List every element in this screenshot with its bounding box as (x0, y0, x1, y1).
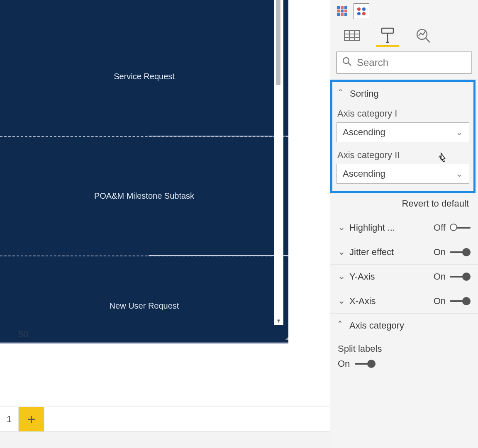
svg-point-10 (362, 7, 366, 11)
search-input[interactable] (357, 57, 466, 68)
chart-row: POA&M Milestone Subtask (0, 136, 288, 256)
visual-vertical-scrollbar[interactable]: ▼ (274, 0, 283, 325)
yaxis-state: On (434, 271, 446, 282)
chevron-up-icon: ˄ (338, 88, 346, 99)
axis-category-header[interactable]: ˄ Axis category (330, 314, 478, 338)
toggle-switch[interactable] (450, 224, 471, 232)
search-wrap (330, 47, 478, 80)
row-label: New User Request (110, 301, 179, 311)
split-labels-subsection: Split labels On (330, 338, 478, 377)
svg-point-11 (357, 12, 361, 15)
chevron-down-icon: ⌄ (338, 246, 345, 257)
toggle-switch[interactable] (450, 273, 471, 281)
pane-tabs (330, 23, 478, 47)
svg-rect-2 (344, 6, 347, 9)
add-page-button[interactable]: + (19, 407, 44, 432)
key-influencers-icon[interactable] (354, 3, 369, 19)
highlight-toggle[interactable]: Off (434, 222, 471, 233)
jitter-toggle[interactable]: On (434, 247, 471, 258)
axis1-value: Ascending (343, 127, 385, 138)
app-root: Service Request POA&M Milestone Subtask … (0, 0, 478, 448)
row-label: POA&M Milestone Subtask (94, 191, 194, 201)
scrollbar-thumb[interactable] (276, 0, 280, 85)
search-icon (342, 56, 352, 69)
svg-point-9 (357, 7, 361, 11)
chevron-down-icon: ⌄ (338, 271, 345, 282)
svg-rect-6 (337, 13, 340, 16)
svg-rect-1 (341, 6, 344, 9)
svg-point-12 (362, 12, 366, 15)
svg-rect-4 (341, 10, 344, 12)
xaxis-label: X-Axis (349, 296, 376, 307)
axis2-select[interactable]: Ascending ⌄ (337, 164, 469, 184)
highlight-label: Highlight ... (349, 222, 395, 233)
yaxis-row[interactable]: ⌄ Y-Axis On (330, 265, 478, 289)
chevron-down-icon: ⌄ (456, 127, 463, 138)
sorting-section-highlight: ˄ Sorting Axis category I Ascending ⌄ Ax… (330, 80, 476, 193)
report-canvas-area: Service Request POA&M Milestone Subtask … (0, 0, 330, 448)
axis-category-title: Axis category (349, 320, 404, 331)
split-labels-title: Split labels (338, 343, 471, 354)
toggle-switch[interactable] (450, 297, 471, 305)
matrix-icon[interactable] (334, 3, 350, 19)
format-tab[interactable] (376, 26, 399, 47)
axis2-label: Axis category II (337, 150, 469, 161)
xaxis-state: On (434, 296, 446, 307)
split-labels-state: On (338, 358, 350, 369)
jitter-label: Jitter effect (349, 247, 394, 258)
svg-rect-8 (344, 13, 347, 16)
toggle-switch[interactable] (450, 248, 471, 256)
format-pane: ˄ Sorting Axis category I Ascending ⌄ Ax… (330, 0, 478, 448)
jitter-row[interactable]: ⌄ Jitter effect On (330, 240, 478, 265)
page-tab-label: 1 (7, 414, 12, 425)
row-label: Service Request (114, 72, 175, 81)
chart-visual[interactable]: Service Request POA&M Milestone Subtask … (0, 0, 288, 343)
svg-rect-18 (382, 28, 393, 33)
revert-label: Revert to default (402, 198, 469, 209)
svg-line-21 (426, 38, 430, 42)
axis1-select[interactable]: Ascending ⌄ (337, 122, 469, 142)
svg-rect-0 (337, 6, 340, 9)
split-labels-toggle[interactable]: On (338, 358, 471, 377)
plus-icon: + (27, 411, 36, 427)
chevron-up-icon: ˄ (338, 320, 345, 331)
chevron-down-icon: ⌄ (456, 168, 463, 179)
jitter-state: On (434, 247, 446, 258)
visualization-gallery-row (330, 0, 478, 23)
visual-wrap: Service Request POA&M Milestone Subtask … (0, 0, 305, 344)
svg-rect-7 (341, 13, 344, 16)
fields-tab[interactable] (340, 26, 363, 47)
status-bar (0, 431, 330, 448)
scrollbar-down-arrow-icon[interactable]: ▼ (274, 316, 283, 325)
svg-rect-3 (337, 10, 340, 12)
analytics-tab[interactable] (412, 26, 435, 47)
xaxis-toggle[interactable]: On (434, 296, 471, 307)
axis2-value: Ascending (343, 168, 385, 179)
axis1-label: Axis category I (337, 108, 469, 119)
svg-line-23 (348, 63, 351, 66)
revert-to-default-link[interactable]: Revert to default (330, 194, 478, 216)
yaxis-toggle[interactable]: On (434, 271, 471, 282)
chart-row: New User Request (0, 256, 288, 343)
row-divider-solid (149, 136, 288, 136)
xaxis-tick-label: 50 (18, 329, 28, 340)
sorting-header[interactable]: ˄ Sorting (337, 86, 469, 101)
page-tab[interactable]: 1 (0, 407, 19, 432)
svg-rect-5 (344, 10, 347, 12)
svg-rect-13 (344, 31, 359, 41)
svg-point-22 (343, 58, 349, 63)
chart-row: Service Request (0, 0, 288, 136)
page-tabbar: 1 + (0, 407, 330, 431)
search-box[interactable] (336, 51, 472, 74)
toggle-switch[interactable] (355, 360, 376, 368)
yaxis-label: Y-Axis (349, 271, 375, 282)
highlight-state: Off (434, 222, 446, 233)
row-divider-solid (149, 255, 288, 256)
canvas-gutter (288, 0, 291, 344)
chevron-down-icon: ⌄ (338, 295, 345, 306)
sorting-title: Sorting (350, 88, 379, 99)
xaxis-row[interactable]: ⌄ X-Axis On (330, 289, 478, 314)
chevron-down-icon: ⌄ (338, 222, 345, 233)
highlight-row[interactable]: ⌄ Highlight ... Off (330, 216, 478, 240)
